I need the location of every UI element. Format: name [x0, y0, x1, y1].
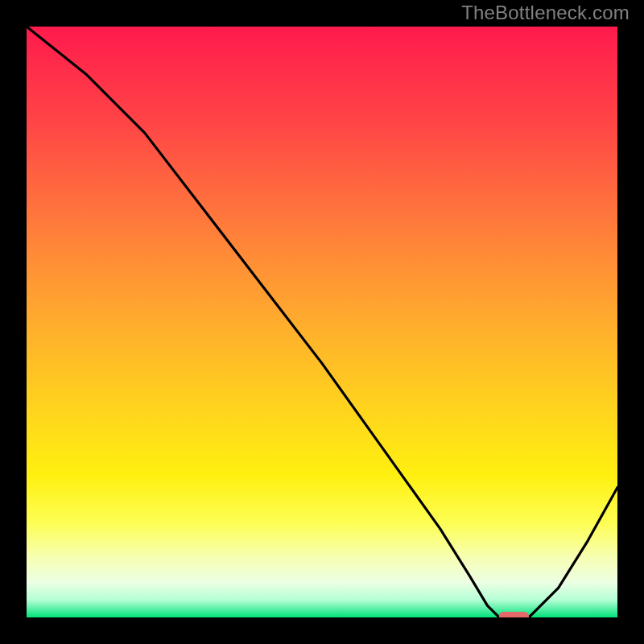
watermark-text: TheBottleneck.com [461, 2, 630, 24]
chart-stage: TheBottleneck.com [0, 0, 644, 644]
plot-area [27, 27, 617, 617]
bottleneck-curve [27, 27, 617, 617]
curve-path [27, 27, 617, 617]
y-axis [22, 27, 27, 622]
x-axis [27, 617, 617, 622]
